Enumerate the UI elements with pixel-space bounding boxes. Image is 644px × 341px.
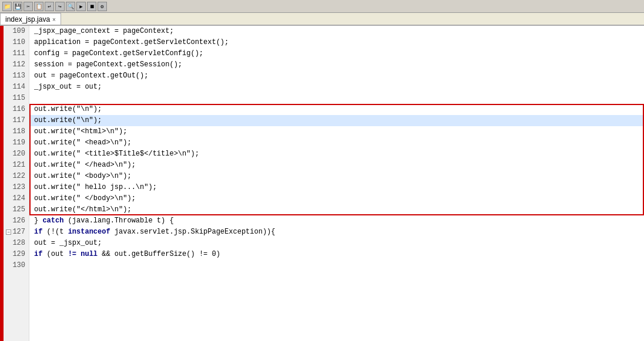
code-line-121: out.write(" </head>\n"); xyxy=(29,160,644,171)
line-num-116: 116 xyxy=(4,104,29,115)
line-num-114: 114 xyxy=(4,82,29,93)
line-num-128: 128 xyxy=(4,238,29,249)
toolbar-icon-6[interactable]: ↪ xyxy=(55,2,65,11)
code-line-122: out.write(" <body>\n"); xyxy=(29,171,644,182)
code-content: _jspx_page_context = pageContext; applic… xyxy=(29,26,644,271)
line-num-129: 129 xyxy=(4,249,29,260)
code-line-111: config = pageContext.getServletConfig(); xyxy=(29,48,644,59)
line-num-126: 126 xyxy=(4,215,29,227)
code-line-112: session = pageContext.getSession(); xyxy=(29,59,644,70)
editor-area: 1091101111121131141151161171181191201211… xyxy=(0,26,644,341)
line-num-111: 111 xyxy=(4,48,29,59)
toolbar-icon-7[interactable]: 🔍 xyxy=(66,2,75,11)
code-line-119: out.write(" <head>\n"); xyxy=(29,137,644,148)
code-line-125: out.write("</html>\n"); xyxy=(29,204,644,215)
code-line-115 xyxy=(29,93,644,104)
tab-index-jsp[interactable]: index_jsp.java × xyxy=(0,13,61,25)
line-num-124: 124 xyxy=(4,193,29,204)
toolbar-icon-9[interactable]: ⏹ xyxy=(87,2,96,11)
code-line-116: out.write("\n"); xyxy=(29,104,644,115)
code-line-110: application = pageContext.getServletCont… xyxy=(29,37,644,48)
code-line-124: out.write(" </body>\n"); xyxy=(29,193,644,204)
line-num-113: 113 xyxy=(4,70,29,82)
code-line-123: out.write(" hello jsp...\n"); xyxy=(29,182,644,193)
tab-close-button[interactable]: × xyxy=(52,16,56,23)
code-line-113: out = pageContext.getOut(); xyxy=(29,70,644,82)
line-num-127: −127 xyxy=(4,227,29,238)
line-num-130: 130 xyxy=(4,260,29,271)
code-line-128: out = _jspx_out; xyxy=(29,238,644,249)
line-num-125: 125 xyxy=(4,204,29,215)
line-num-109: 109 xyxy=(4,26,29,37)
line-num-110: 110 xyxy=(4,37,29,48)
code-line-117: out.write("\n"); xyxy=(29,115,644,126)
code-line-118: out.write("<html>\n"); xyxy=(29,126,644,137)
code-line-120: out.write(" <title>$Title$</title>\n"); xyxy=(29,148,644,160)
line-num-120: 120 xyxy=(4,148,29,160)
toolbar-icon-4[interactable]: 📋 xyxy=(34,2,43,11)
code-line-114: _jspx_out = out; xyxy=(29,82,644,93)
line-num-122: 122 xyxy=(4,171,29,182)
tab-filename: index_jsp.java xyxy=(5,15,50,23)
app-window: 📁 💾 ✂ 📋 ↩ ↪ 🔍 ▶ ⏹ ⚙ index_jsp.java × 109… xyxy=(0,0,644,341)
line-num-115: 115 xyxy=(4,93,29,104)
line-numbers: 1091101111121131141151161171181191201211… xyxy=(4,26,29,341)
code-line-109: _jspx_page_context = pageContext; xyxy=(29,26,644,37)
toolbar-icon-10[interactable]: ⚙ xyxy=(98,2,107,11)
toolbar-icon-5[interactable]: ↩ xyxy=(45,2,54,11)
toolbar: 📁 💾 ✂ 📋 ↩ ↪ 🔍 ▶ ⏹ ⚙ xyxy=(0,0,644,13)
code-line-130 xyxy=(29,260,644,271)
line-num-117: 117 xyxy=(4,115,29,126)
toolbar-icon-1[interactable]: 📁 xyxy=(2,2,12,11)
line-num-119: 119 xyxy=(4,137,29,148)
line-num-112: 112 xyxy=(4,59,29,70)
toolbar-icon-8[interactable]: ▶ xyxy=(76,2,86,11)
line-num-121: 121 xyxy=(4,160,29,171)
code-line-129: if (out != null && out.getBufferSize() !… xyxy=(29,249,644,260)
tab-bar: index_jsp.java × xyxy=(0,13,644,26)
line-num-118: 118 xyxy=(4,126,29,137)
toolbar-icon-3[interactable]: ✂ xyxy=(24,2,33,11)
code-line-126: } catch (java.lang.Throwable t) { xyxy=(29,215,644,227)
collapse-icon-127[interactable]: − xyxy=(6,229,11,235)
toolbar-icon-2[interactable]: 💾 xyxy=(13,2,22,11)
code-line-127: if (!(t instanceof javax.servlet.jsp.Ski… xyxy=(29,227,644,238)
line-num-123: 123 xyxy=(4,182,29,193)
